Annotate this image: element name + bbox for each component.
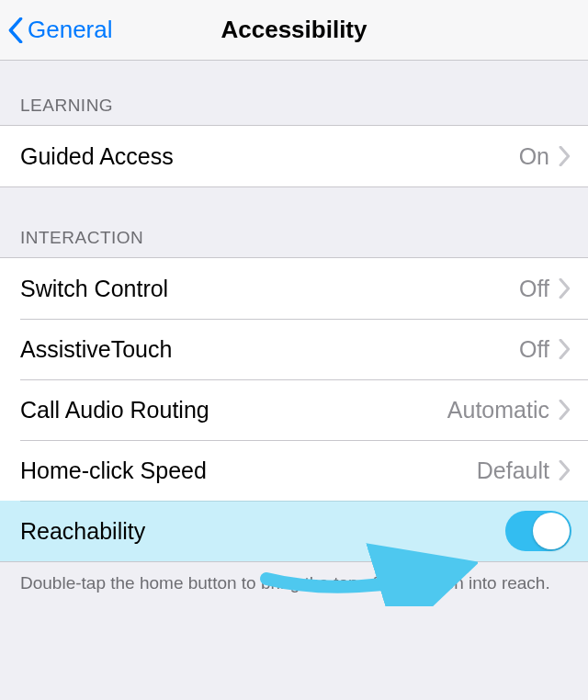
section-header-interaction: INTERACTION (0, 187, 588, 257)
chevron-left-icon (7, 17, 24, 43)
cell-call-audio-routing[interactable]: Call Audio Routing Automatic (0, 379, 588, 440)
cell-home-click-speed[interactable]: Home-click Speed Default (0, 440, 588, 501)
toggle-knob (533, 513, 570, 549)
cell-reachability[interactable]: Reachability (0, 501, 588, 561)
reachability-toggle[interactable] (505, 511, 571, 551)
chevron-right-icon (559, 460, 571, 480)
chevron-right-icon (559, 339, 571, 359)
chevron-right-icon (559, 400, 571, 420)
cell-label: AssistiveTouch (20, 336, 519, 363)
cell-label: Switch Control (20, 276, 519, 302)
cell-label: Home-click Speed (20, 457, 477, 484)
navbar: General Accessibility (0, 0, 588, 61)
cell-value: On (519, 143, 549, 170)
cell-value: Automatic (447, 397, 549, 423)
cell-label: Reachability (20, 518, 505, 545)
back-label: General (28, 16, 113, 44)
section-header-learning: LEARNING (0, 61, 588, 125)
cell-assistivetouch[interactable]: AssistiveTouch Off (0, 319, 588, 379)
learning-group: Guided Access On (0, 125, 588, 187)
section-footer: Double-tap the home button to bring the … (0, 562, 588, 595)
cell-label: Guided Access (20, 143, 519, 170)
cell-value: Off (519, 276, 549, 302)
cell-label: Call Audio Routing (20, 397, 447, 423)
cell-switch-control[interactable]: Switch Control Off (0, 258, 588, 319)
interaction-group: Switch Control Off AssistiveTouch Off Ca… (0, 257, 588, 562)
chevron-right-icon (559, 278, 571, 299)
cell-guided-access[interactable]: Guided Access On (0, 126, 588, 186)
cell-value: Default (477, 457, 549, 484)
chevron-right-icon (559, 146, 571, 166)
back-button[interactable]: General (0, 16, 113, 44)
cell-value: Off (519, 336, 549, 363)
